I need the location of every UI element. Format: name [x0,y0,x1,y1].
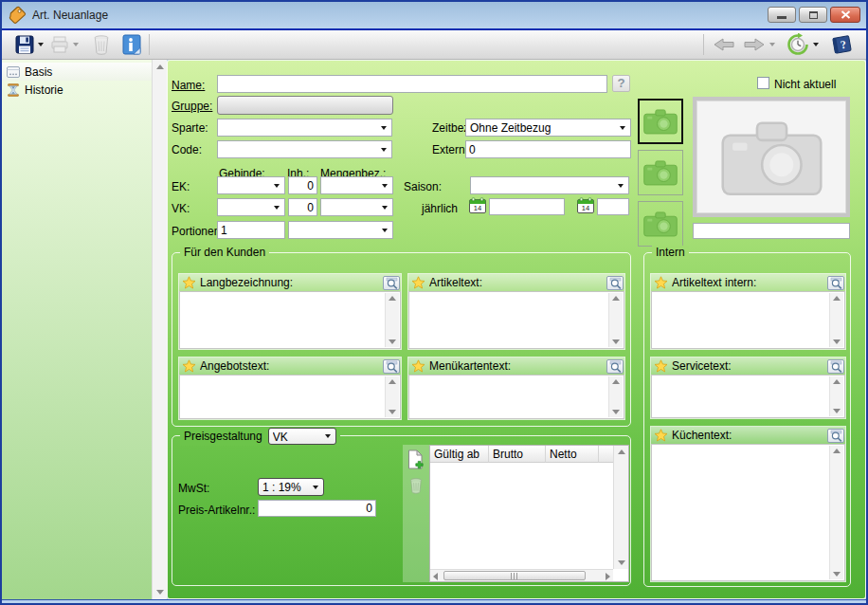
price-table-vscrollbar[interactable] [613,446,628,569]
help-button[interactable]: ? [827,32,857,57]
gruppe-label[interactable]: Gruppe: [172,100,212,113]
vk-inh-input[interactable] [288,198,317,216]
portionen-input[interactable] [217,221,285,239]
scroll-up-icon[interactable] [389,296,396,301]
scroll-down-icon[interactable] [833,572,841,577]
expand-editor-button[interactable] [383,276,400,290]
textarea-scrollbar[interactable] [385,376,399,417]
zeitbezug-combobox[interactable]: Ohne Zeitbezug [465,119,631,137]
name-input[interactable] [217,75,607,93]
image-slot-1[interactable] [638,99,683,144]
minimize-button[interactable] [768,7,796,23]
column-header[interactable]: Netto [546,446,599,463]
textarea-scrollbar[interactable] [608,376,623,417]
textarea-scrollbar[interactable] [829,376,843,416]
artikeltext-intern-textarea[interactable] [651,291,845,349]
print-button[interactable] [46,32,81,57]
calendar-icon[interactable]: 14 [469,197,486,213]
jaehrlich-von-input[interactable] [489,198,565,215]
preis-artikelnr-input[interactable] [258,500,376,517]
scroll-down-icon[interactable] [612,339,620,344]
expand-editor-button[interactable] [606,359,624,374]
sidebar-item-historie[interactable]: Historie [2,81,152,99]
add-price-row-icon[interactable] [407,449,425,469]
column-header[interactable]: Brutto [489,446,546,463]
image-slot-3[interactable] [638,201,683,247]
price-table[interactable]: Gültig ab Brutto Netto [429,445,629,582]
back-button[interactable] [709,32,739,57]
image-preview[interactable] [693,97,850,217]
scroll-up-icon[interactable] [156,64,164,69]
menukartentext-textarea[interactable] [408,375,624,419]
scroll-down-icon[interactable] [156,590,164,595]
nicht-aktuell-checkbox[interactable] [757,77,769,89]
scroll-up-icon[interactable] [612,296,620,301]
name-help-button[interactable]: ? [612,75,630,92]
kuechentext-textarea[interactable] [651,444,845,581]
image-slot-2[interactable] [638,150,683,195]
print-menu-arrow-icon[interactable] [73,43,79,46]
portionen-einheit-combobox[interactable] [288,221,393,239]
expand-editor-button[interactable] [383,359,400,374]
hscroll-thumb[interactable] [443,571,586,580]
scroll-right-icon[interactable] [606,573,610,580]
forward-button[interactable] [739,32,778,57]
scroll-down-icon[interactable] [833,409,841,413]
scroll-up-icon[interactable] [618,449,625,454]
textarea-scrollbar[interactable] [829,293,843,347]
externe-nr-input[interactable] [465,140,631,158]
gruppe-button[interactable] [217,96,393,115]
code-combobox[interactable] [217,140,392,158]
textarea-scrollbar[interactable] [385,293,399,347]
scroll-down-icon[interactable] [612,410,620,414]
close-button[interactable] [830,7,860,23]
ek-inh-input[interactable] [288,176,317,194]
scroll-down-icon[interactable] [389,410,396,414]
save-button[interactable] [11,32,46,57]
expand-editor-button[interactable] [827,359,844,374]
scroll-up-icon[interactable] [612,379,620,384]
history-button[interactable] [784,32,822,57]
artikeltext-textarea[interactable] [408,291,624,349]
mwst-combobox[interactable]: 1 : 19% [258,478,324,496]
forward-menu-arrow-icon[interactable] [769,43,775,46]
textarea-scrollbar[interactable] [829,446,843,579]
scroll-down-icon[interactable] [833,339,841,344]
save-menu-arrow-icon[interactable] [38,43,44,46]
expand-editor-button[interactable] [827,276,844,290]
preis-scope-combobox[interactable]: VK [268,428,336,445]
ek-mengenbez-combobox[interactable] [320,176,393,194]
expand-editor-button[interactable] [827,429,844,443]
image-caption-input[interactable] [693,223,850,239]
vk-mengenbez-combobox[interactable] [320,198,393,216]
sidebar-item-basis[interactable]: Basis [2,63,152,81]
info-button[interactable] [119,32,144,57]
angebotstext-textarea[interactable] [179,375,401,419]
servicetext-textarea[interactable] [651,375,845,418]
sidebar-scrollbar[interactable] [152,60,167,599]
column-header[interactable]: Gültig ab [430,446,489,463]
scroll-up-icon[interactable] [389,379,396,384]
expand-editor-button[interactable] [606,276,624,290]
delete-price-row-icon[interactable] [408,477,424,494]
langbezeichnung-textarea[interactable] [179,291,401,349]
scroll-down-icon[interactable] [618,560,625,565]
delete-button[interactable] [89,32,114,57]
vk-gebinde-combobox[interactable] [217,198,285,216]
history-menu-arrow-icon[interactable] [813,43,819,46]
ek-gebinde-combobox[interactable] [217,176,285,194]
scroll-up-icon[interactable] [833,379,841,384]
sparte-combobox[interactable] [217,119,392,137]
textarea-scrollbar[interactable] [608,293,623,347]
scroll-up-icon[interactable] [833,296,841,301]
titlebar[interactable]: Art. Neuanlage [2,2,866,30]
price-table-hscrollbar[interactable] [430,569,613,581]
calendar-icon[interactable]: 14 [577,197,594,213]
scroll-up-icon[interactable] [833,449,841,453]
scroll-down-icon[interactable] [389,339,396,344]
saison-combobox[interactable] [470,176,629,194]
name-label[interactable]: Name: [172,79,205,92]
scroll-left-icon[interactable] [433,573,438,580]
jaehrlich-bis-input[interactable] [597,198,629,215]
maximize-button[interactable] [799,7,827,23]
